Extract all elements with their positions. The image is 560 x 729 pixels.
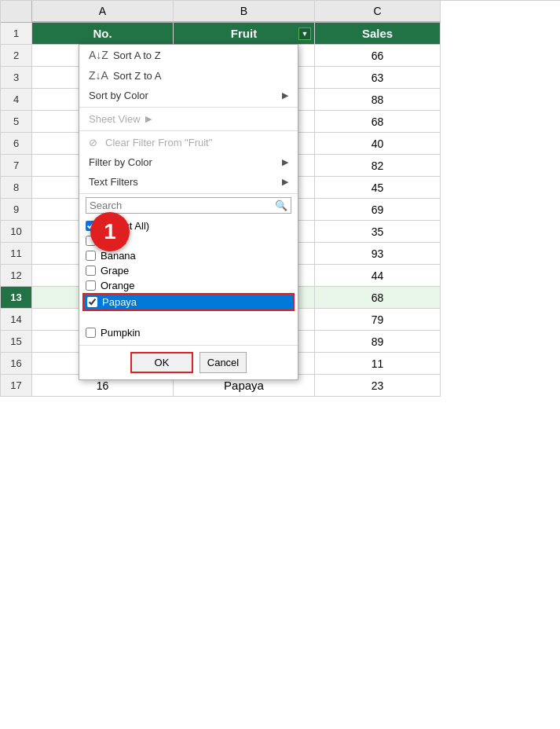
papaya-checkbox[interactable] — [87, 297, 97, 307]
row-header-1: 1 — [1, 23, 32, 45]
sheet-view-item: Sheet View ▶ — [79, 109, 298, 129]
sales-8: 45 — [315, 177, 441, 199]
row-header-4: 4 — [1, 89, 32, 111]
orange-label: Orange — [101, 280, 134, 291]
step-number-circle: 1 — [90, 212, 130, 251]
filter-by-color-label: Filter by Color — [89, 156, 152, 168]
clear-filter-label: Clear Filter From "Fruit" — [105, 137, 212, 148]
sales-2: 66 — [315, 45, 441, 67]
sort-za-label: Sort Z to A — [113, 70, 161, 82]
checkbox-pumpkin[interactable]: Pumpkin — [86, 325, 291, 340]
row-header-13: 13 — [1, 287, 32, 309]
sales-12: 44 — [315, 265, 441, 287]
banana-label: Banana — [101, 250, 136, 262]
pumpkin-label: Pumpkin — [101, 327, 141, 339]
row-header-15: 15 — [1, 331, 32, 353]
sales-17: 23 — [315, 375, 441, 397]
grape-label: Grape — [101, 265, 129, 277]
sales-9: 69 — [315, 199, 441, 221]
sort-az-item[interactable]: A↓Z Sort A to Z — [79, 45, 298, 65]
sales-6: 40 — [315, 133, 441, 155]
papaya-label: Papaya — [102, 296, 137, 308]
col-header-c: C — [315, 1, 441, 23]
row-header-6: 6 — [1, 133, 32, 155]
corner-cell — [1, 1, 32, 23]
row-header-5: 5 — [1, 111, 32, 133]
sort-by-color-label: Sort by Color — [89, 90, 148, 101]
filter-by-color-arrow: ▶ — [282, 157, 288, 167]
sales-10: 35 — [315, 221, 441, 243]
sales-header: Sales — [315, 23, 441, 45]
divider-3 — [79, 193, 298, 194]
step-number: 1 — [104, 219, 116, 244]
orange-checkbox[interactable] — [86, 280, 96, 291]
grape-checkbox[interactable] — [86, 266, 96, 276]
row-header-7: 7 — [1, 155, 32, 177]
sales-14: 79 — [315, 309, 441, 331]
ok-button[interactable]: OK — [130, 352, 193, 373]
divider-1 — [79, 107, 298, 108]
sales-5: 68 — [315, 111, 441, 133]
row-header-10: 10 — [1, 221, 32, 243]
sales-7: 82 — [315, 155, 441, 177]
sort-by-color-item[interactable]: Sort by Color ▶ — [79, 86, 298, 105]
checkbox-orange[interactable]: Orange — [86, 278, 291, 293]
cancel-button[interactable]: Cancel — [199, 352, 247, 373]
search-container: 🔍 — [86, 197, 291, 214]
row-header-3: 3 — [1, 67, 32, 89]
filter-by-color-item[interactable]: Filter by Color ▶ — [79, 152, 298, 172]
checkbox-papaya[interactable]: Papaya — [82, 293, 295, 311]
checkbox-banana[interactable]: Banana — [86, 248, 291, 263]
fruit-header[interactable]: Fruit ▼ — [174, 23, 315, 45]
row-header-8: 8 — [1, 177, 32, 199]
sort-za-icon: Z↓A — [89, 69, 108, 82]
sales-3: 63 — [315, 67, 441, 89]
row-header-12: 12 — [1, 265, 32, 287]
sort-za-item[interactable]: Z↓A Sort Z to A — [79, 65, 298, 86]
sort-by-color-arrow: ▶ — [282, 90, 288, 101]
row-header-2: 2 — [1, 45, 32, 67]
row-header-9: 9 — [1, 199, 32, 221]
search-input[interactable] — [90, 200, 275, 211]
sales-16: 11 — [315, 353, 441, 375]
row-header-11: 11 — [1, 243, 32, 265]
sales-13: 68 — [315, 287, 441, 309]
text-filters-item[interactable]: Text Filters ▶ — [79, 172, 298, 192]
text-filters-arrow: ▶ — [282, 177, 288, 187]
sort-az-icon: A↓Z — [89, 49, 108, 61]
clear-filter-item: ⊘ Clear Filter From "Fruit" — [79, 133, 298, 152]
filter-dropdown-btn[interactable]: ▼ — [298, 27, 311, 40]
sheet-view-label: Sheet View — [89, 113, 141, 125]
row-header-16: 16 — [1, 353, 32, 375]
divider-2 — [79, 130, 298, 131]
row-header-14: 14 — [1, 309, 32, 331]
sheet-view-arrow: ▶ — [145, 114, 152, 124]
col-header-b: B — [174, 1, 315, 23]
banana-checkbox[interactable] — [86, 251, 96, 261]
checkbox-grape[interactable]: Grape — [86, 263, 291, 278]
sales-4: 88 — [315, 89, 441, 111]
sales-15: 89 — [315, 331, 441, 353]
sales-11: 93 — [315, 243, 441, 265]
no-header: No. — [32, 23, 174, 45]
search-icon: 🔍 — [275, 200, 287, 211]
pumpkin-checkbox[interactable] — [86, 328, 96, 338]
row-header-17: 17 — [1, 375, 32, 397]
dialog-buttons: OK Cancel — [79, 345, 298, 379]
col-header-a: A — [32, 1, 174, 23]
sort-az-label: Sort A to Z — [113, 49, 161, 61]
text-filters-label: Text Filters — [89, 176, 138, 188]
